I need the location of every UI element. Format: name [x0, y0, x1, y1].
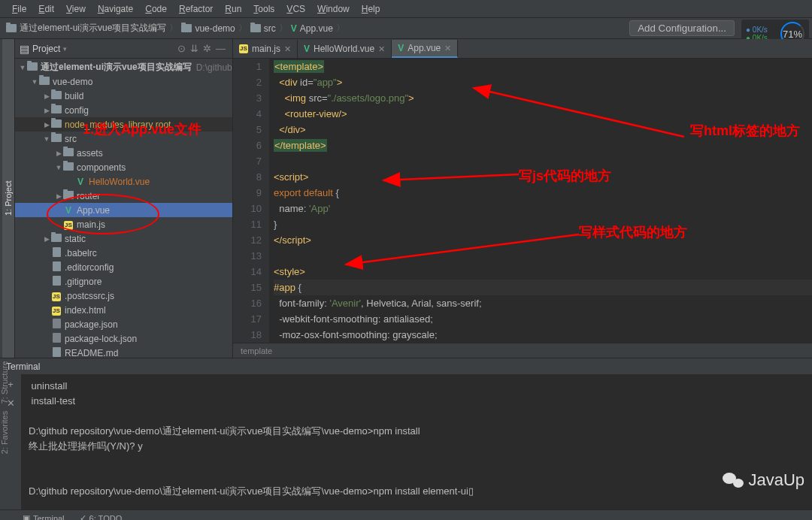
sidebar-tab-structure[interactable]: 7: Structure [0, 361, 15, 404]
menu-run[interactable]: Run [219, 4, 247, 14]
breadcrumb-sep: 〉 [279, 22, 288, 35]
tree-item[interactable]: .gitignore [15, 274, 232, 289]
tree-item[interactable]: ▶static [15, 231, 232, 246]
watermark: JavaUp [723, 470, 804, 490]
editor-area: JSmain.js✕VHelloWorld.vue✕VApp.vue✕ 1234… [233, 39, 812, 358]
folder-icon [27, 62, 38, 71]
editor-breadcrumb[interactable]: template [233, 343, 812, 358]
wechat-icon [723, 471, 744, 489]
menu-refactor[interactable]: Refactor [173, 4, 219, 14]
code-area[interactable]: 123456789101112131415161718 <template> <… [233, 59, 812, 343]
sidebar-tab-project[interactable]: 1: Project [2, 39, 14, 358]
tree-item[interactable]: package-lock.json [15, 331, 232, 346]
left-tool-strip: 1: Project [0, 39, 15, 358]
terminal-panel: + ✕ uninstall install-test D:\github rep… [0, 374, 812, 509]
menu-navigate[interactable]: Navigate [92, 4, 139, 14]
menu-edit[interactable]: Edit [32, 4, 60, 14]
tree-item[interactable]: ▶node_moduleslibrary root [15, 117, 232, 132]
line-gutter: 123456789101112131415161718 [233, 59, 269, 343]
breadcrumb: 通过element-ui演示vue项目实战编写 〉 vue-demo 〉 src… [6, 22, 629, 35]
bottom-tab-todo[interactable]: ✓ 6: TODO [80, 513, 123, 520]
tree-root[interactable]: ▼ 通过element-ui演示vue项目实战编写 D:\github [15, 60, 232, 74]
tree-item[interactable]: ▶assets [15, 146, 232, 160]
tree-item[interactable]: README.md [15, 346, 232, 358]
bottom-tab-terminal[interactable]: ▣ Terminal [23, 513, 65, 520]
breadcrumb-sep: 〉 [238, 22, 247, 35]
collapse-icon[interactable]: ⇊ [188, 43, 201, 54]
left-tool-strip-lower: 2: Favorites 7: Structure [0, 361, 15, 454]
tree-item[interactable]: ▼src [15, 132, 232, 146]
project-header: ▤Project ▾ ⊙ ⇊ ✲ — [15, 39, 232, 59]
menu-view[interactable]: View [60, 4, 92, 14]
breadcrumb-item[interactable]: VApp.vue [291, 23, 333, 34]
tree-item[interactable]: .babelrc [15, 246, 232, 260]
tree-item[interactable]: JSindex.html [15, 303, 232, 317]
tree-item[interactable]: .editorconfig [15, 260, 232, 274]
breadcrumb-sep: 〉 [336, 22, 345, 35]
settings-icon[interactable]: ✲ [201, 43, 214, 54]
editor-tabs: JSmain.js✕VHelloWorld.vue✕VApp.vue✕ [233, 39, 812, 59]
breadcrumb-root[interactable]: 通过element-ui演示vue项目实战编写 [6, 22, 166, 35]
tree-item[interactable]: VHelloWorld.vue [15, 174, 232, 189]
menu-window[interactable]: Window [311, 4, 356, 14]
add-configuration-button[interactable]: Add Configuration... [629, 20, 735, 36]
editor-tab[interactable]: VApp.vue✕ [392, 40, 458, 58]
sidebar-tab-favorites[interactable]: 2: Favorites [0, 411, 15, 454]
menu-code[interactable]: Code [139, 4, 173, 14]
terminal-header[interactable]: Terminal [0, 358, 812, 374]
folder-icon [6, 24, 17, 32]
folder-icon [250, 24, 261, 32]
tree-item[interactable]: package.json [15, 317, 232, 331]
tree-item[interactable]: JS.postcssrc.js [15, 289, 232, 303]
tree-item[interactable]: ▶build [15, 89, 232, 103]
menu-vcs[interactable]: VCS [280, 4, 311, 14]
vue-icon: V [291, 23, 297, 34]
tree-item[interactable]: ▼components [15, 160, 232, 174]
menu-tools[interactable]: Tools [247, 4, 280, 14]
editor-tab[interactable]: VHelloWorld.vue✕ [298, 40, 392, 58]
breadcrumb-item[interactable]: src [250, 23, 276, 34]
close-tab-icon[interactable]: ✕ [284, 44, 291, 54]
menu-help[interactable]: Help [356, 4, 386, 14]
tree-item[interactable]: JSmain.js [15, 217, 232, 231]
code-content[interactable]: <template> <div id="app"> <img src="./as… [269, 59, 812, 343]
project-tree[interactable]: ▼ 通过element-ui演示vue项目实战编写 D:\github ▼vue… [15, 59, 232, 358]
close-tab-icon[interactable]: ✕ [378, 44, 385, 54]
menu-file[interactable]: File [6, 4, 32, 14]
tree-item[interactable]: ▼vue-demo [15, 74, 232, 89]
target-icon[interactable]: ⊙ [175, 43, 188, 54]
tree-item[interactable]: ▶config [15, 103, 232, 117]
close-tab-icon[interactable]: ✕ [444, 44, 451, 53]
breadcrumb-item[interactable]: vue-demo [181, 23, 235, 34]
terminal-content[interactable]: uninstall install-test D:\github reposit… [21, 374, 812, 509]
tree-item[interactable]: ▶router [15, 189, 232, 203]
editor-tab[interactable]: JSmain.js✕ [233, 40, 298, 58]
folder-icon [181, 24, 192, 32]
menu-bar: FileEditViewNavigateCodeRefactorRunTools… [0, 0, 812, 18]
tree-item[interactable]: VApp.vue [15, 203, 232, 217]
project-panel: ▤Project ▾ ⊙ ⇊ ✲ — ▼ 通过element-ui演示vue项目… [15, 39, 233, 358]
bottom-tool-strip: ▣ Terminal ✓ 6: TODO [0, 509, 812, 520]
toolbar: 通过element-ui演示vue项目实战编写 〉 vue-demo 〉 src… [0, 18, 812, 39]
breadcrumb-sep: 〉 [169, 22, 178, 35]
hide-icon[interactable]: — [214, 43, 228, 54]
